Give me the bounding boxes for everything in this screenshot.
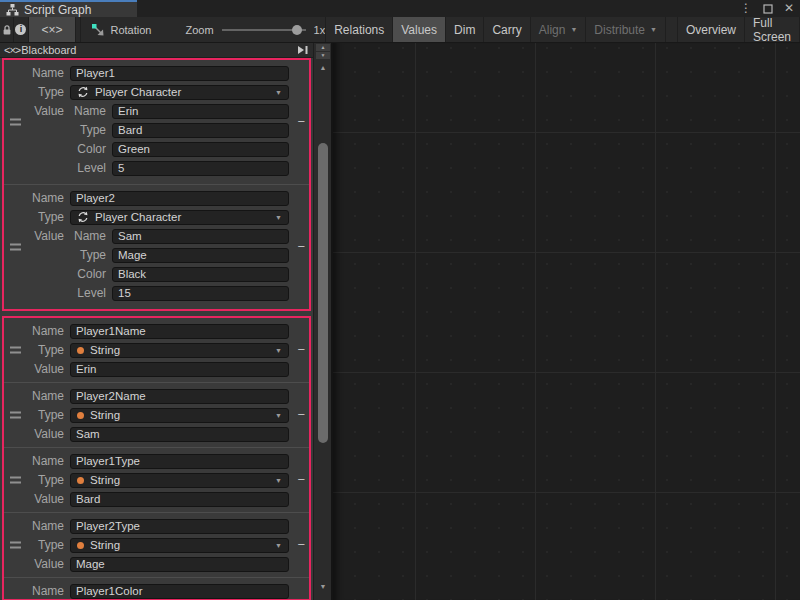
type-label: Type — [24, 209, 64, 225]
dim-button[interactable]: Dim — [446, 17, 484, 42]
variable-type-dropdown[interactable]: String ▼ — [70, 408, 289, 423]
mini-scroll-up-button[interactable]: ▲ — [316, 44, 330, 51]
variable-name-field[interactable]: Player1 — [70, 66, 289, 81]
chevron-down-icon: ▼ — [275, 542, 282, 549]
scroll-down-arrow-icon[interactable]: ▼ — [314, 583, 332, 590]
chevron-down-icon: ▼ — [275, 347, 282, 354]
type-label: Type — [24, 537, 64, 553]
value-field[interactable]: Green — [112, 142, 289, 157]
value-field[interactable]: Erin — [112, 104, 289, 119]
variable-group-player2type[interactable]: Name Player2Type Type String ▼ Value Mag… — [4, 512, 309, 577]
remove-variable-button[interactable]: − — [297, 345, 305, 355]
remove-variable-button[interactable]: − — [297, 410, 305, 420]
window-menu-icon[interactable]: ⋮ — [740, 0, 752, 17]
value-field[interactable]: 5 — [112, 161, 289, 176]
graph-toolbar: i <×> Rotation Zoom 1x Relations Values … — [0, 17, 800, 43]
variable-group-player1color[interactable]: Name Player1Color — [4, 577, 309, 600]
fullscreen-button[interactable]: Full Screen — [745, 17, 800, 42]
distribute-button[interactable]: Distribute ▼ — [586, 17, 666, 42]
drag-handle-icon[interactable] — [10, 477, 21, 484]
tab-script-graph[interactable]: Script Graph — [0, 0, 137, 17]
tab-label: Script Graph — [24, 3, 91, 17]
value-field[interactable]: Sam — [112, 229, 289, 244]
rotation-icon — [91, 23, 104, 36]
drag-handle-icon[interactable] — [10, 119, 21, 126]
mini-scroll-down-button[interactable]: ▼ — [316, 52, 330, 59]
values-button[interactable]: Values — [393, 17, 446, 42]
variable-group-player2[interactable]: Name Player2 Type Player Character ▼ — [4, 184, 309, 309]
variable-value-field[interactable]: Erin — [70, 362, 289, 377]
script-graph-window: Script Graph ⋮ ✕ i <×> — [0, 0, 800, 600]
variable-group-player1type[interactable]: Name Player1Type Type String ▼ Value Bar… — [4, 447, 309, 512]
variable-name-field[interactable]: Player1Color — [70, 584, 289, 599]
drag-handle-icon[interactable] — [10, 542, 21, 549]
value-field[interactable]: Bard — [112, 123, 289, 138]
variable-value-field[interactable]: Sam — [70, 427, 289, 442]
variable-name-field[interactable]: Player1Name — [70, 324, 289, 339]
blackboard-panel: Name Player1 Type Player Character ▼ — [0, 58, 313, 600]
name-label: Name — [24, 65, 64, 81]
variable-name-field[interactable]: Player1Type — [70, 454, 289, 469]
info-icon: i — [15, 24, 26, 35]
variable-group-player1name[interactable]: Name Player1Name Type String ▼ Value Eri… — [4, 318, 309, 382]
value-field[interactable]: 15 — [112, 286, 289, 301]
zoom-control: Zoom 1x — [185, 17, 325, 42]
name-label: Name — [24, 453, 64, 469]
remove-variable-button[interactable]: − — [297, 475, 305, 485]
chevron-down-icon: ▼ — [275, 412, 282, 419]
info-button[interactable]: i — [14, 17, 28, 42]
variable-type-dropdown[interactable]: String ▼ — [70, 343, 289, 358]
blackboard-scrollbar: ▲ ▼ ▲ ▼ — [313, 43, 331, 600]
variable-name-field[interactable]: Player2Type — [70, 519, 289, 534]
rotation-control[interactable]: Rotation — [80, 17, 161, 42]
name-label: Name — [24, 518, 64, 534]
value-field[interactable]: Black — [112, 267, 289, 282]
drag-handle-icon[interactable] — [10, 412, 21, 419]
graph-canvas[interactable] — [331, 43, 800, 600]
drag-handle-icon[interactable] — [10, 347, 21, 354]
variable-type-dropdown[interactable]: Player Character ▼ — [70, 210, 289, 225]
zoom-label: Zoom — [185, 24, 213, 36]
value-label: Value — [24, 103, 64, 119]
blackboard-header: <×> Blackboard — [0, 43, 313, 58]
type-label: Type — [24, 84, 64, 100]
value-label: Value — [24, 556, 64, 572]
variable-value-field[interactable]: Mage — [70, 557, 289, 572]
relations-button[interactable]: Relations — [325, 17, 393, 42]
variable-type-dropdown[interactable]: String ▼ — [70, 538, 289, 553]
variable-value-field[interactable]: Bard — [70, 492, 289, 507]
remove-variable-button[interactable]: − — [297, 242, 305, 252]
dock-panel-icon[interactable] — [298, 45, 309, 55]
carry-button[interactable]: Carry — [484, 17, 530, 42]
drag-handle-icon[interactable] — [10, 244, 21, 251]
maximize-icon[interactable] — [763, 4, 773, 14]
variable-type-dropdown[interactable]: Player Character ▼ — [70, 85, 289, 100]
align-button[interactable]: Align ▼ — [531, 17, 587, 42]
lock-button[interactable] — [0, 17, 14, 42]
selection-outline: Name Player1Name Type String ▼ Value Eri… — [2, 316, 311, 600]
chevron-down-icon: ▼ — [275, 477, 282, 484]
graph-icon — [6, 4, 19, 16]
variable-name-field[interactable]: Player2Name — [70, 389, 289, 404]
variable-type-dropdown[interactable]: String ▼ — [70, 473, 289, 488]
value-label: Value — [24, 426, 64, 442]
visual-scripting-logo-icon: <×> — [42, 23, 63, 37]
scrollbar-thumb[interactable] — [318, 143, 328, 443]
value-field[interactable]: Mage — [112, 248, 289, 263]
scroll-up-arrow-icon[interactable]: ▲ — [314, 64, 332, 71]
string-type-icon — [77, 477, 84, 484]
remove-variable-button[interactable]: − — [297, 540, 305, 550]
variable-name-field[interactable]: Player2 — [70, 191, 289, 206]
zoom-slider-thumb[interactable] — [292, 25, 302, 35]
graph-inspector-toggle-button[interactable]: <×> — [29, 17, 77, 42]
blackboard-title: Blackboard — [21, 44, 76, 56]
remove-variable-button[interactable]: − — [297, 117, 305, 127]
close-icon[interactable]: ✕ — [784, 0, 794, 17]
zoom-slider[interactable] — [222, 24, 306, 36]
variable-group-player2name[interactable]: Name Player2Name Type String ▼ Value Sam… — [4, 382, 309, 447]
chevron-down-icon: ▼ — [275, 89, 282, 96]
overview-button[interactable]: Overview — [677, 17, 745, 42]
variable-group-player1[interactable]: Name Player1 Type Player Character ▼ — [4, 60, 309, 184]
chevron-down-icon: ▼ — [275, 214, 282, 221]
name-label: Name — [24, 323, 64, 339]
